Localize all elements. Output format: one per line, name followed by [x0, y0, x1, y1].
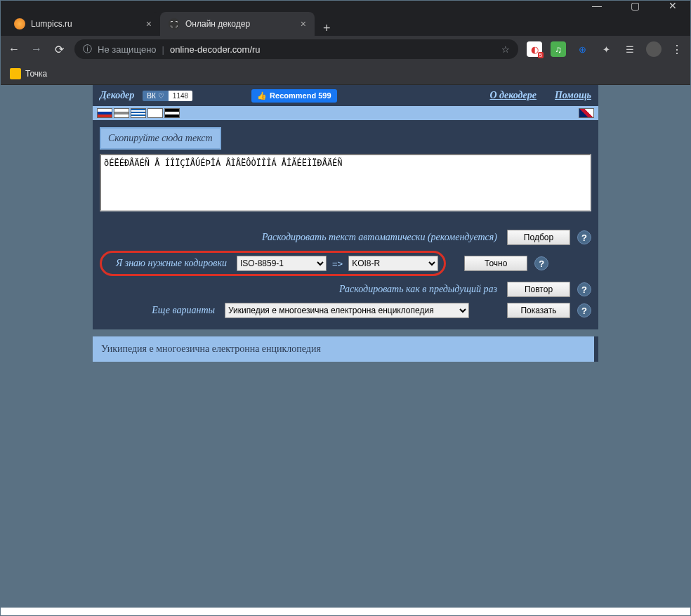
- bookmarks-bar: Точка: [0, 63, 691, 85]
- tab-lumpics[interactable]: Lumpics.ru ×: [6, 12, 160, 36]
- vk-share-button[interactable]: ВК ♡ 1148: [143, 91, 192, 101]
- page-content: Декодер ВК ♡ 1148 👍 Recommend 599 О деко…: [0, 85, 691, 608]
- forward-button[interactable]: →: [29, 43, 44, 55]
- favicon-icon: ⛶: [169, 18, 180, 30]
- url-field[interactable]: ⓘ Не защищено | online-decoder.com/ru ☆: [74, 39, 518, 59]
- close-window-button[interactable]: ✕: [660, 0, 685, 11]
- to-encoding-select[interactable]: KOI8-R: [348, 256, 438, 271]
- row-know-encodings: Я знаю нужные кодировки ISO-8859-1 => KO…: [100, 251, 591, 276]
- flag-ru-icon[interactable]: [97, 108, 112, 118]
- flag-uk-icon[interactable]: [579, 108, 594, 118]
- close-icon[interactable]: ×: [301, 18, 306, 30]
- back-button[interactable]: ←: [7, 43, 21, 55]
- info-icon: ⓘ: [83, 43, 92, 55]
- browser-chrome: — ▢ ✕ Lumpics.ru × ⛶ Онлайн декодер × + …: [0, 0, 691, 85]
- profile-avatar[interactable]: [646, 41, 662, 57]
- prev-label: Раскодировать как в предыдущий раз: [100, 284, 503, 295]
- extension-adblock-icon[interactable]: ◐5: [527, 41, 542, 57]
- row-previous: Раскодировать как в предыдущий раз Повто…: [100, 282, 591, 297]
- minimize-button[interactable]: —: [584, 0, 610, 11]
- help-icon[interactable]: ?: [577, 303, 591, 317]
- favicon-icon: [14, 18, 25, 30]
- folder-icon: [10, 68, 21, 79]
- arrow-icon: =>: [331, 258, 344, 269]
- flag-icon[interactable]: [164, 108, 180, 118]
- url-text: online-decoder.com/ru: [170, 44, 261, 55]
- about-link[interactable]: О декодере: [489, 90, 537, 101]
- window-titlebar: — ▢ ✕: [0, 0, 691, 11]
- auto-label: Раскодировать текст автоматически (реком…: [100, 232, 503, 243]
- close-icon[interactable]: ×: [146, 18, 152, 30]
- row-auto: Раскодировать текст автоматически (реком…: [100, 230, 591, 245]
- help-link[interactable]: Помощь: [555, 90, 591, 101]
- site-title[interactable]: Декодер: [100, 90, 134, 101]
- variants-select[interactable]: Уикипедия е многоезична електронна енцик…: [225, 303, 469, 318]
- tab-title: Онлайн декодер: [185, 19, 295, 29]
- bookmark-item[interactable]: Точка: [25, 69, 47, 79]
- new-tab-button[interactable]: +: [315, 21, 339, 36]
- extension-music-icon[interactable]: ♫: [551, 41, 566, 57]
- help-icon[interactable]: ?: [577, 282, 591, 296]
- star-icon[interactable]: ☆: [501, 44, 510, 55]
- encoding-highlight: Я знаю нужные кодировки ISO-8859-1 => KO…: [100, 251, 446, 276]
- security-label: Не защищено: [98, 44, 157, 55]
- repeat-button[interactable]: Повтор: [507, 282, 570, 297]
- language-flags: [93, 106, 598, 120]
- tab-decoder[interactable]: ⛶ Онлайн декодер ×: [160, 12, 315, 36]
- result-output: Уикипедия е многоезична електронна енцик…: [93, 336, 598, 362]
- tab-title: Lumpics.ru: [31, 19, 140, 29]
- exact-decode-button[interactable]: Точно: [464, 256, 527, 271]
- help-icon[interactable]: ?: [577, 230, 591, 244]
- know-label: Я знаю нужные кодировки: [107, 258, 232, 269]
- input-panel: Скопируйте сюда текст: [93, 120, 598, 221]
- decode-input[interactable]: [100, 154, 591, 211]
- maximize-button[interactable]: ▢: [622, 0, 647, 11]
- flag-icon[interactable]: [114, 108, 129, 118]
- flag-gr-icon[interactable]: [131, 108, 146, 118]
- site-navbar: Декодер ВК ♡ 1148 👍 Recommend 599 О деко…: [93, 85, 598, 106]
- help-icon[interactable]: ?: [534, 256, 548, 270]
- thumb-up-icon: 👍: [257, 91, 267, 100]
- reload-button[interactable]: ⟳: [52, 43, 66, 56]
- heart-icon: ♡: [158, 92, 164, 100]
- fb-recommend-button[interactable]: 👍 Recommend 599: [251, 89, 336, 103]
- vk-count: 1148: [169, 91, 192, 101]
- extensions-button[interactable]: ✦: [598, 41, 614, 57]
- reading-list-icon[interactable]: ☰: [622, 41, 638, 57]
- controls-panel: Раскодировать текст автоматически (реком…: [93, 221, 598, 329]
- auto-decode-button[interactable]: Подбор: [507, 230, 570, 245]
- row-more: Еще варианты Уикипедия е многоезична еле…: [100, 303, 591, 318]
- extension-globe-icon[interactable]: ⊕: [574, 41, 590, 57]
- menu-button[interactable]: ⋮: [670, 43, 684, 56]
- address-bar: ← → ⟳ ⓘ Не защищено | online-decoder.com…: [0, 36, 691, 63]
- flag-il-icon[interactable]: [147, 108, 163, 118]
- input-header: Скопируйте сюда текст: [100, 127, 221, 150]
- show-button[interactable]: Показать: [507, 303, 570, 318]
- more-label: Еще варианты: [100, 305, 221, 316]
- from-encoding-select[interactable]: ISO-8859-1: [237, 256, 327, 271]
- tab-strip: Lumpics.ru × ⛶ Онлайн декодер × +: [0, 11, 691, 36]
